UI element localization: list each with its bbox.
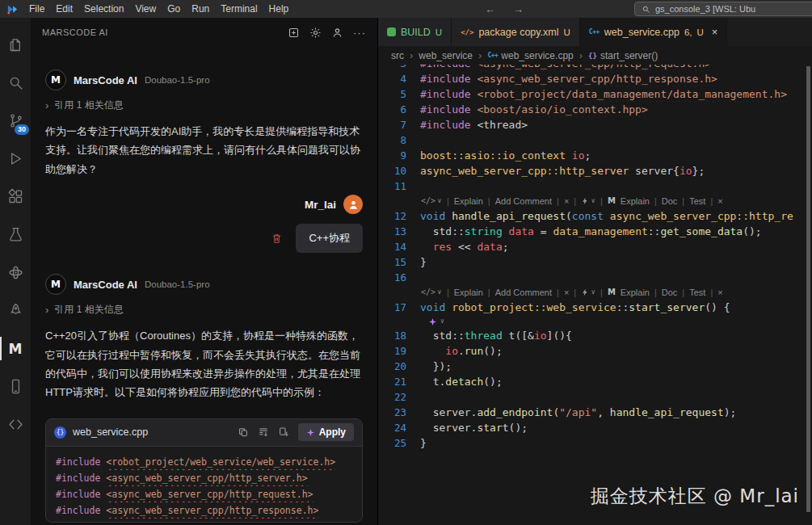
copy-icon[interactable]: [238, 426, 249, 438]
codelens-test[interactable]: Test: [689, 194, 705, 208]
codelens-close-icon[interactable]: ×: [564, 285, 569, 300]
cpp-file-icon: {}: [54, 426, 66, 439]
code-line[interactable]: 19 io.run();: [378, 343, 812, 359]
code-line[interactable]: 6#include <boost/asio/io_context.hpp>: [378, 102, 812, 117]
forward-button[interactable]: →: [513, 3, 524, 15]
more-actions-icon[interactable]: ···: [353, 27, 366, 38]
codelens-close-icon[interactable]: ×: [717, 285, 722, 300]
code-line[interactable]: 3#include <async_web_server_cpp/http_req…: [378, 65, 812, 71]
separator: |: [710, 194, 713, 208]
code-line[interactable]: 5#include <robot_project/data_management…: [378, 86, 812, 102]
code-line[interactable]: 7#include <thread>: [378, 117, 812, 132]
activity-explorer[interactable]: [0, 26, 31, 64]
bolt-icon[interactable]: [581, 197, 589, 205]
code-actions-icon[interactable]: </>: [421, 194, 435, 208]
codelens-add-comment[interactable]: Add Comment: [495, 194, 552, 208]
reference-toggle[interactable]: › 引用 1 相关信息: [45, 303, 363, 317]
activity-ai-assistant[interactable]: [0, 254, 31, 292]
editor-scrollbar[interactable]: [804, 65, 812, 525]
codelens-test[interactable]: Test: [689, 285, 705, 300]
marscode-icon: M: [9, 341, 23, 357]
codelens-close-icon[interactable]: ×: [564, 194, 569, 208]
code-line[interactable]: 10async_web_server_cpp::http_server serv…: [378, 163, 812, 178]
breadcrumb-item-src[interactable]: src: [391, 50, 404, 61]
new-chat-icon[interactable]: [288, 27, 300, 39]
code-line[interactable]: 22: [378, 389, 812, 405]
tab-build[interactable]: BUILDU: [378, 18, 452, 46]
menu-edit[interactable]: Edit: [50, 3, 78, 15]
codelens-close-icon[interactable]: ×: [717, 194, 722, 208]
scrollbar-thumb[interactable]: [806, 66, 810, 512]
activity-remote-explorer[interactable]: [0, 292, 31, 330]
insert-below-icon[interactable]: [258, 426, 269, 438]
bolt-icon[interactable]: [581, 288, 589, 296]
codelens-doc[interactable]: Doc: [662, 285, 678, 300]
code-line[interactable]: 25}: [378, 435, 812, 451]
codelens-marscode-explain[interactable]: Explain: [621, 285, 650, 300]
menu-file[interactable]: File: [23, 3, 50, 15]
inline-ai-sparkle[interactable]: ∨: [378, 315, 812, 328]
code-line[interactable]: 9boost::asio::io_context io;: [378, 148, 812, 163]
code-line[interactable]: 17void robot_project::web_service::start…: [378, 300, 812, 315]
activity-code-snippets[interactable]: [0, 405, 31, 443]
breadcrumb-item-web-service[interactable]: web_service: [419, 50, 473, 61]
codelens-marscode-explain[interactable]: Explain: [621, 194, 650, 208]
menu-go[interactable]: Go: [162, 3, 186, 15]
activity-source-control[interactable]: 30: [0, 102, 31, 140]
codelens-add-comment[interactable]: Add Comment: [495, 285, 552, 300]
tab-web-service-cpp[interactable]: C++web_service.cpp6,U×: [580, 18, 728, 46]
back-button[interactable]: ←: [485, 3, 495, 15]
chevron-down-icon[interactable]: ∨: [437, 285, 442, 300]
code-line[interactable]: 14 res << data;: [378, 239, 812, 254]
agent-profile-icon[interactable]: [331, 27, 343, 39]
tab-package-copy-xml[interactable]: </>package copy.xmlU: [452, 18, 580, 46]
menu-run[interactable]: Run: [186, 3, 215, 15]
code-line[interactable]: 8: [378, 132, 812, 148]
settings-gear-icon[interactable]: [309, 27, 322, 39]
activity-run-and-debug[interactable]: [0, 140, 31, 178]
code-line[interactable]: 16: [378, 270, 812, 285]
code-line[interactable]: 21 t.detach();: [378, 374, 812, 389]
codelens-explain[interactable]: Explain: [454, 285, 483, 300]
line-number: 3: [378, 65, 420, 71]
code-line[interactable]: 18 std::thread t([&io](){: [378, 328, 812, 343]
code-line[interactable]: 13 std::string data = data_management::g…: [378, 224, 812, 239]
code-line[interactable]: 11: [378, 178, 812, 194]
insert-into-file-icon[interactable]: [278, 426, 289, 438]
chevron-down-icon[interactable]: ∨: [437, 194, 442, 208]
chevron-down-icon[interactable]: ∨: [591, 194, 595, 208]
reference-toggle[interactable]: › 引用 1 相关信息: [45, 99, 363, 112]
separator: |: [654, 194, 657, 208]
code-line[interactable]: 24 server.start();: [378, 420, 812, 435]
code-line[interactable]: 20 });: [378, 359, 812, 374]
activity-marscode[interactable]: M: [0, 330, 31, 368]
chevron-down-icon[interactable]: ∨: [591, 285, 595, 300]
code-line[interactable]: 12void handle_api_request(const async_we…: [378, 208, 812, 224]
apply-button[interactable]: Apply: [298, 423, 354, 441]
code-editor[interactable]: 3#include <async_web_server_cpp/http_req…: [378, 65, 812, 525]
codelens-explain[interactable]: Explain: [454, 194, 483, 208]
menu-view[interactable]: View: [129, 3, 162, 15]
chevron-down-icon[interactable]: ∨: [440, 315, 444, 328]
app-logo: [6, 3, 19, 15]
breadcrumb: src›web_service›C++web_service.cpp›{}sta…: [378, 46, 812, 65]
tab-label: package copy.xml: [478, 27, 558, 38]
activity-testing[interactable]: [0, 216, 31, 254]
code-actions-icon[interactable]: </>: [421, 285, 435, 300]
breadcrumb-item-start-server[interactable]: {}start_server(): [588, 50, 658, 61]
command-center-search[interactable]: gs_console_3 [WSL: Ubu: [634, 2, 812, 16]
menu-selection[interactable]: Selection: [78, 3, 129, 15]
delete-message-icon[interactable]: [271, 233, 283, 245]
breadcrumb-item-web-service-cpp[interactable]: C++web_service.cpp: [487, 50, 573, 61]
code-line[interactable]: 15}: [378, 254, 812, 270]
activity-search[interactable]: [0, 64, 31, 102]
code-line[interactable]: 4#include <async_web_server_cpp/http_res…: [378, 71, 812, 86]
extensions-icon: [7, 188, 24, 205]
menu-help[interactable]: Help: [263, 3, 295, 15]
activity-device-preview[interactable]: [0, 368, 31, 405]
codelens-doc[interactable]: Doc: [662, 194, 678, 208]
tab-close-icon[interactable]: ×: [712, 26, 718, 38]
activity-extensions[interactable]: [0, 178, 31, 216]
code-line[interactable]: 23 server.add_endpoint("/api", handle_ap…: [378, 405, 812, 420]
menu-terminal[interactable]: Terminal: [215, 3, 263, 15]
